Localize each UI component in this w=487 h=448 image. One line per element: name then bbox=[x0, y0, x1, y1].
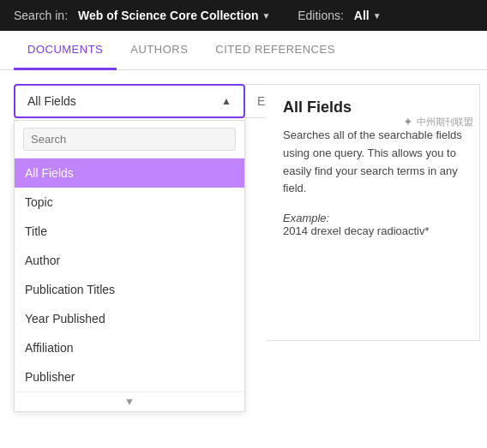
field-dropdown-trigger[interactable]: All Fields ▲ bbox=[14, 84, 245, 118]
dropdown-item-publisher[interactable]: Publisher bbox=[15, 362, 244, 391]
editions-value: All bbox=[354, 9, 370, 22]
dropdown-item-title[interactable]: Title bbox=[15, 217, 244, 246]
watermark: ✦ 中州期刊联盟 bbox=[403, 115, 473, 128]
tab-bar: DOCUMENTS AUTHORS CITED REFERENCES bbox=[0, 31, 487, 70]
dropdown-list: All Fields Topic Title Author Publicatio… bbox=[15, 158, 244, 391]
dropdown-item-publication-titles[interactable]: Publication Titles bbox=[15, 275, 244, 304]
tab-authors[interactable]: AUTHORS bbox=[117, 31, 201, 70]
info-panel-description: Searches all of the searchable fields us… bbox=[283, 127, 466, 198]
header: Search in: Web of Science Core Collectio… bbox=[0, 0, 487, 31]
info-panel-title: All Fields bbox=[283, 99, 466, 116]
field-dropdown-selected: All Fields bbox=[27, 94, 76, 108]
watermark-icon: ✦ bbox=[403, 115, 413, 128]
dropdown-item-topic[interactable]: Topic bbox=[15, 188, 244, 217]
editions-label: Editions: bbox=[298, 9, 344, 22]
search-in-label: Search in: bbox=[14, 9, 68, 22]
main-content: All Fields ▲ All Fields Topic Title Auth… bbox=[0, 70, 487, 139]
dropdown-search-container bbox=[15, 121, 244, 158]
dropdown-scroll-down-icon[interactable]: ▼ bbox=[15, 391, 244, 411]
dropdown-item-author[interactable]: Author bbox=[15, 246, 244, 275]
info-panel-example-value: 2014 drexel decay radioactiv* bbox=[283, 224, 466, 237]
dropdown-item-affiliation[interactable]: Affiliation bbox=[15, 333, 244, 362]
dropdown-item-year-published[interactable]: Year Published bbox=[15, 304, 244, 333]
dropdown-item-all-fields[interactable]: All Fields bbox=[15, 158, 244, 188]
dropdown-search-input[interactable] bbox=[23, 128, 236, 151]
tab-cited-references[interactable]: CITED REFERENCES bbox=[201, 31, 348, 70]
watermark-text: 中州期刊联盟 bbox=[417, 116, 473, 128]
editions-chevron-icon: ▼ bbox=[373, 11, 382, 21]
info-panel-example-label: Example: bbox=[283, 212, 466, 224]
collection-name: Web of Science Core Collection bbox=[78, 9, 259, 22]
collection-dropdown[interactable]: Web of Science Core Collection ▼ bbox=[78, 9, 270, 22]
tab-documents[interactable]: DOCUMENTS bbox=[14, 31, 117, 70]
editions-dropdown[interactable]: All ▼ bbox=[354, 9, 382, 22]
header-separator bbox=[280, 9, 287, 22]
field-dropdown-panel: All Fields Topic Title Author Publicatio… bbox=[14, 120, 245, 412]
field-dropdown-chevron-icon: ▲ bbox=[221, 95, 231, 107]
collection-chevron-icon: ▼ bbox=[262, 11, 271, 21]
field-dropdown-container: All Fields ▲ All Fields Topic Title Auth… bbox=[14, 84, 245, 118]
